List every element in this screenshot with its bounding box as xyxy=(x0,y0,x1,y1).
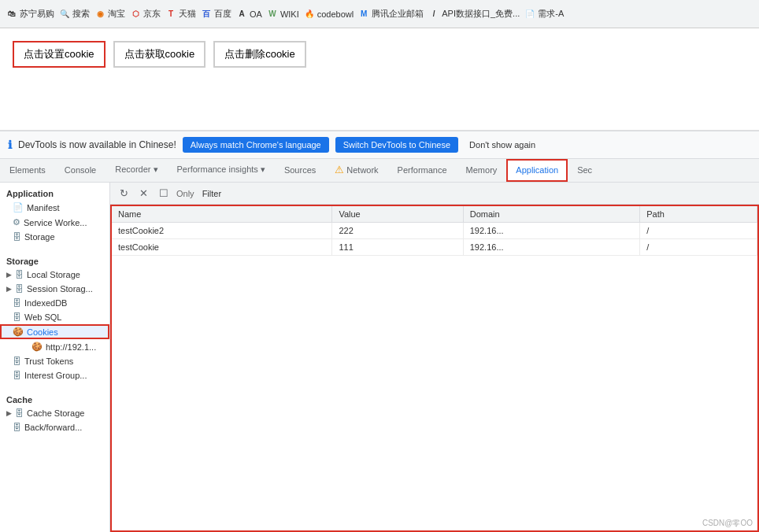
local-storage-icon: 🗄 xyxy=(15,270,24,279)
codebowl-icon: 🔥 xyxy=(304,9,315,20)
cookies-icon: 🍪 xyxy=(13,327,24,337)
api-icon: / xyxy=(428,9,439,20)
bookmark-codebowl[interactable]: 🔥 codebowl xyxy=(304,9,354,20)
filter-label: Filter xyxy=(202,189,221,198)
tianmao-icon: T xyxy=(165,9,176,20)
devtools-body: Application 📄 Manifest ⚙ Service Worke..… xyxy=(0,183,759,532)
tab-performance[interactable]: Performance xyxy=(388,159,457,182)
delete-button[interactable]: ✕ xyxy=(136,186,151,201)
service-workers-icon: ⚙ xyxy=(13,217,20,227)
warning-icon: ⚠ xyxy=(335,164,344,175)
bookmark-api[interactable]: / API数据接口_免费... xyxy=(428,8,520,20)
back-forward-icon: 🗄 xyxy=(13,423,21,432)
search-icon: 🔍 xyxy=(59,9,70,20)
tencent-mail-icon: M xyxy=(358,9,369,20)
web-sql-icon: 🗄 xyxy=(13,312,21,322)
sidebar-item-interest-group[interactable]: 🗄 Interest Group... xyxy=(0,368,109,382)
cookie-table-container: Name Value Domain Path testCookie2 222 1… xyxy=(110,205,759,532)
tab-application[interactable]: Application xyxy=(506,159,568,182)
main-panel: ↻ ✕ ☐ Only Filter Name Value Domain Path… xyxy=(110,183,759,532)
bookmark-tencent-mail[interactable]: M 腾讯企业邮箱 xyxy=(358,8,424,20)
tab-sources[interactable]: Sources xyxy=(275,159,325,182)
taobao-icon: ◉ xyxy=(94,9,106,20)
watermark: CSDN@零OO xyxy=(702,518,753,529)
baidu-icon: 百 xyxy=(201,9,212,20)
sidebar-section-storage: Storage xyxy=(0,250,109,268)
checkbox-button[interactable]: ☐ xyxy=(156,186,172,201)
table-header-row: Name Value Domain Path xyxy=(112,206,757,223)
bookmark-oa[interactable]: A OA xyxy=(236,9,262,20)
col-domain[interactable]: Domain xyxy=(463,206,640,223)
cell-domain: 192.16... xyxy=(463,239,640,256)
sidebar-item-cookies[interactable]: 🍪 Cookies xyxy=(0,324,109,339)
table-row[interactable]: testCookie 111 192.16... / xyxy=(112,239,757,256)
expand-arrow-session: ▶ xyxy=(6,285,12,293)
sidebar-item-service-workers[interactable]: ⚙ Service Worke... xyxy=(0,215,109,230)
get-cookie-button[interactable]: 点击获取cookie xyxy=(113,41,206,68)
bookmark-suning[interactable]: 🛍 苏宁易购 xyxy=(6,8,54,20)
demand-icon: 📄 xyxy=(524,9,535,20)
cache-storage-icon: 🗄 xyxy=(15,408,24,418)
expand-arrow-local: ▶ xyxy=(6,271,12,279)
sidebar-item-trust-tokens[interactable]: 🗄 Trust Tokens xyxy=(0,354,109,368)
bookmark-wiki[interactable]: W WIKI xyxy=(267,9,299,20)
sidebar-item-cookies-sub[interactable]: 🍪 http://192.1... xyxy=(0,339,109,354)
sidebar-item-web-sql[interactable]: 🗄 Web SQL xyxy=(0,310,109,324)
sidebar-item-local-storage[interactable]: ▶ 🗄 Local Storage xyxy=(0,268,109,282)
oa-icon: A xyxy=(236,9,247,20)
page-content: 点击设置cookie 点击获取cookie 点击删除cookie xyxy=(0,28,759,131)
tab-console[interactable]: Console xyxy=(55,159,106,182)
sidebar-item-cache-storage[interactable]: ▶ 🗄 Cache Storage xyxy=(0,406,109,420)
match-language-button[interactable]: Always match Chrome's language xyxy=(183,137,329,153)
indexeddb-icon: 🗄 xyxy=(13,298,21,308)
sidebar-item-back-forward[interactable]: 🗄 Back/forward... xyxy=(0,420,109,434)
col-value[interactable]: Value xyxy=(332,206,463,223)
cell-name: testCookie2 xyxy=(112,223,332,239)
cell-name: testCookie xyxy=(112,239,332,256)
sidebar-divider-2 xyxy=(0,382,109,389)
bookmark-tianmao[interactable]: T 天猫 xyxy=(165,8,196,20)
bookmark-jd[interactable]: ⬡ 京东 xyxy=(130,8,161,20)
tab-elements[interactable]: Elements xyxy=(0,159,55,182)
tab-network[interactable]: ⚠ Network xyxy=(325,159,387,182)
sidebar-divider-1 xyxy=(0,244,109,250)
cell-value: 222 xyxy=(332,223,463,239)
tab-performance-insights[interactable]: Performance insights ▾ xyxy=(168,159,275,182)
col-path[interactable]: Path xyxy=(640,206,757,223)
refresh-button[interactable]: ↻ xyxy=(117,186,131,201)
manifest-icon: 📄 xyxy=(13,202,24,212)
set-cookie-button[interactable]: 点击设置cookie xyxy=(13,41,106,68)
bookmark-bar: 🛍 苏宁易购 🔍 搜索 ◉ 淘宝 ⬡ 京东 T 天猫 百 百度 A OA W W… xyxy=(0,0,759,28)
cell-path: / xyxy=(640,239,757,256)
bookmark-baidu[interactable]: 百 百度 xyxy=(201,8,231,20)
info-icon: ℹ xyxy=(8,139,12,151)
suning-icon: 🛍 xyxy=(6,9,17,20)
session-storage-icon: 🗄 xyxy=(15,284,24,294)
tab-security[interactable]: Sec xyxy=(568,159,602,182)
sidebar: Application 📄 Manifest ⚙ Service Worke..… xyxy=(0,183,110,532)
sidebar-item-session-storage[interactable]: ▶ 🗄 Session Storag... xyxy=(0,282,109,296)
expand-arrow-cache: ▶ xyxy=(6,409,12,417)
col-name[interactable]: Name xyxy=(112,206,332,223)
sidebar-section-application: Application xyxy=(0,183,109,200)
sidebar-item-indexeddb[interactable]: 🗄 IndexedDB xyxy=(0,296,109,310)
cell-value: 111 xyxy=(332,239,463,256)
tab-recorder[interactable]: Recorder ▾ xyxy=(106,159,167,182)
table-row[interactable]: testCookie2 222 192.16... / xyxy=(112,223,757,239)
switch-chinese-button[interactable]: Switch DevTools to Chinese xyxy=(335,137,458,153)
dismiss-button[interactable]: Don't show again xyxy=(465,137,540,153)
cookie-table: Name Value Domain Path testCookie2 222 1… xyxy=(112,206,757,256)
bookmark-search[interactable]: 🔍 搜索 xyxy=(59,8,90,20)
delete-cookie-button[interactable]: 点击删除cookie xyxy=(213,41,306,68)
devtools-notification-bar: ℹ DevTools is now available in Chinese! … xyxy=(0,131,759,159)
bookmark-demand[interactable]: 📄 需求-A xyxy=(524,8,564,20)
jd-icon: ⬡ xyxy=(130,9,141,20)
cell-path: / xyxy=(640,223,757,239)
panel-toolbar: ↻ ✕ ☐ Only Filter xyxy=(110,183,759,205)
wiki-icon: W xyxy=(267,9,278,20)
tab-memory[interactable]: Memory xyxy=(457,159,507,182)
sidebar-item-manifest[interactable]: 📄 Manifest xyxy=(0,200,109,215)
notification-text: DevTools is now available in Chinese! xyxy=(18,139,176,150)
bookmark-taobao[interactable]: ◉ 淘宝 xyxy=(94,8,125,20)
sidebar-item-storage-app[interactable]: 🗄 Storage xyxy=(0,230,109,244)
